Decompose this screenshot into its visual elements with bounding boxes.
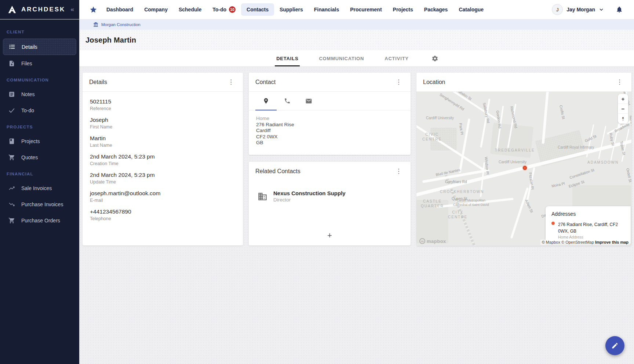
cart-icon (8, 154, 15, 161)
location-card-title: Location (423, 79, 445, 85)
list-icon (8, 43, 16, 50)
related-contacts-title: Related Contacts (255, 168, 300, 175)
tab-bar: DETAILS COMMUNICATION ACTIVITY (79, 50, 634, 67)
sidebar-section-projects: PROJECTS (0, 119, 79, 133)
map-area-label: ADAMSDOWN (587, 160, 619, 165)
tab-settings-gear-icon[interactable] (431, 50, 438, 66)
map-road (598, 126, 606, 159)
file-upload-icon (8, 60, 15, 67)
note-icon (8, 91, 15, 98)
sidebar-item-todo[interactable]: To-do (3, 103, 76, 118)
map-street-label: Crofts St (559, 105, 566, 119)
contact-tab-address[interactable] (255, 92, 277, 110)
improve-map-link[interactable]: Improve this map (595, 240, 628, 244)
avatar: J (552, 4, 563, 15)
nav-item-todo-label: To-do (212, 7, 226, 12)
map-street-label: Park Pl (458, 123, 464, 135)
sidebar-item-quotes[interactable]: Quotes (3, 150, 76, 165)
sidebar-item-details[interactable]: Details (3, 39, 76, 55)
logo-text: ARCHDESK (21, 6, 65, 13)
addresses-panel-title: Addresses (551, 211, 626, 217)
nav-item-projects[interactable]: Projects (387, 3, 419, 16)
zoom-out-button[interactable]: − (618, 104, 628, 114)
sidebar-item-purchase-invoices[interactable]: Purchase Invoices (3, 197, 76, 212)
top-navigation: Dashboard Company Schedule To-do 10 Cont… (101, 0, 489, 19)
mapbox-logo-word: mapbox (427, 239, 446, 244)
nav-item-schedule[interactable]: Schedule (173, 3, 207, 16)
mapbox-logo-icon: m (419, 238, 425, 244)
sidebar-item-sale-invoices[interactable]: Sale Invoices (3, 181, 76, 196)
contact-tab-phone[interactable] (277, 92, 298, 110)
sidebar-item-files[interactable]: Files (3, 56, 76, 71)
map-area-label: CROCKHERBTOWN (440, 189, 484, 194)
sidebar-item-label: Purchase Invoices (21, 201, 63, 207)
user-menu[interactable]: J Jay Morgan (552, 4, 603, 15)
field-email: joseph.martin@outlook.com E-mail (90, 190, 236, 203)
sidebar-item-notes[interactable]: Notes (3, 87, 76, 102)
nav-item-contacts[interactable]: Contacts (241, 3, 274, 16)
field-value: joseph.martin@outlook.com (90, 190, 236, 197)
map-street-label: Greyfriars Rd (445, 180, 467, 184)
archdesk-logo-icon (7, 5, 18, 14)
nav-item-catalogue[interactable]: Catalogue (453, 3, 489, 16)
zoom-in-button[interactable]: + (618, 94, 628, 104)
mapbox-logo: m mapbox (419, 238, 446, 244)
nav-item-financials[interactable]: Financials (309, 3, 345, 16)
sidebar-item-projects[interactable]: Projects (3, 134, 76, 149)
page-header: Joseph Martin (79, 30, 634, 50)
map-canvas[interactable]: Miskin St Senghennydd Rd Salisbury Rd Go… (416, 92, 631, 246)
nav-item-suppliers[interactable]: Suppliers (274, 3, 309, 16)
nav-item-dashboard[interactable]: Dashboard (101, 3, 139, 16)
trend-up-icon (8, 185, 15, 192)
address-list-item[interactable]: 276 Radiant Rise, Cardiff, CF2 0WX, GB H… (551, 221, 626, 239)
sidebar-collapse-button[interactable]: « (71, 6, 74, 13)
sidebar-item-label: Notes (21, 91, 35, 97)
map-poi-label: Cardiff Metropolitan Cathedral of Saint … (453, 198, 489, 207)
field-value: Joseph (90, 117, 236, 123)
field-label: Telephone (90, 216, 236, 221)
sidebar-item-purchase-orders[interactable]: Purchase Orders (3, 213, 76, 228)
nav-item-todo[interactable]: To-do 10 (207, 3, 241, 16)
favorites-star-icon[interactable] (90, 0, 97, 19)
related-contact-name: Nexus Construction Supply (273, 190, 346, 196)
breadcrumb-company-link[interactable]: Morgan Construction (101, 22, 141, 27)
field-value: 5021115 (90, 98, 236, 105)
field-label: E-mail (90, 198, 236, 203)
nav-item-procurement[interactable]: Procurement (345, 3, 387, 16)
map-location-pin[interactable] (523, 166, 527, 170)
add-related-contact-button[interactable]: + (324, 230, 336, 241)
sidebar-section-communication: COMMUNICATION (0, 72, 79, 86)
sidebar-item-label: To-do (21, 108, 34, 113)
tab-communication[interactable]: COMMUNICATION (317, 50, 365, 66)
addresses-panel: Addresses 276 Radiant Rise, Cardiff, CF2… (546, 206, 631, 244)
map-road (510, 188, 529, 239)
pencil-icon (611, 342, 619, 349)
map-street-label: Moira Pl (551, 181, 565, 188)
map-street-label: Ruby St (609, 132, 615, 146)
compass-button[interactable]: ▲ ▼ (618, 114, 628, 124)
field-reference: 5021115 Reference (90, 98, 236, 111)
location-kebab-menu-icon[interactable]: ⋮ (614, 78, 625, 86)
related-contact-row[interactable]: Nexus Construction Supply Director (249, 181, 411, 203)
edit-fab-button[interactable] (605, 336, 624, 355)
field-label: Last Name (90, 143, 236, 148)
todo-count-badge: 10 (229, 6, 236, 13)
contact-kebab-menu-icon[interactable]: ⋮ (393, 78, 404, 86)
sidebar-item-label: Details (22, 44, 37, 50)
sidebar-item-label: Projects (21, 138, 40, 144)
map-poi-label: Cardiff University (426, 116, 454, 120)
app-window: ARCHDESK « Dashboard Company Schedule To… (0, 0, 634, 364)
notifications-bell-icon[interactable] (616, 6, 623, 13)
map-street-label: Adam St (524, 199, 534, 213)
contact-tab-email[interactable] (298, 92, 319, 110)
contact-card: Contact ⋮ (249, 73, 411, 155)
tab-details[interactable]: DETAILS (275, 50, 300, 66)
nav-item-company[interactable]: Company (139, 3, 173, 16)
related-contacts-kebab-menu-icon[interactable]: ⋮ (393, 167, 404, 175)
field-value: +441234567890 (90, 208, 236, 215)
nav-item-packages[interactable]: Packages (419, 3, 453, 16)
field-last-name: Martin Last Name (90, 135, 236, 148)
tab-activity[interactable]: ACTIVITY (383, 50, 410, 66)
details-kebab-menu-icon[interactable]: ⋮ (226, 78, 236, 86)
map-area-label: TREDEGARVILLE (495, 148, 535, 153)
